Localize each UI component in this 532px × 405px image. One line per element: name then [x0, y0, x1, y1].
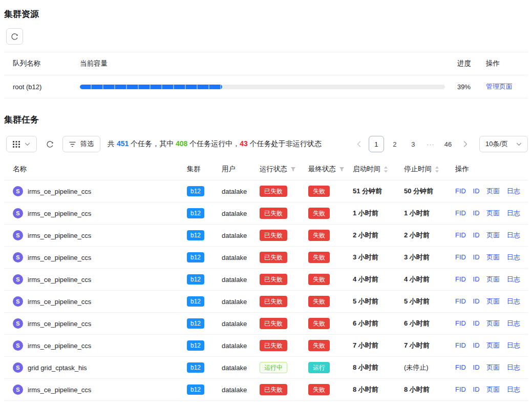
- fid-link[interactable]: FID: [455, 209, 466, 217]
- manage-page-link[interactable]: 管理页面: [486, 83, 513, 90]
- page-link[interactable]: 页面: [486, 341, 500, 349]
- fid-link[interactable]: FID: [455, 275, 466, 283]
- page-link[interactable]: 页面: [486, 253, 500, 261]
- page-link[interactable]: 页面: [486, 363, 500, 371]
- page-ellipsis[interactable]: ···: [424, 140, 437, 148]
- run-status-badge: 已失败: [260, 186, 287, 197]
- start-time: 4 小时前: [353, 275, 378, 283]
- table-row: S irms_ce_pipeline_ccs b12 datalake 已失败 …: [4, 313, 528, 335]
- task-name: irms_ce_pipeline_ccs: [28, 188, 91, 195]
- page-link[interactable]: 页面: [486, 275, 500, 283]
- fid-link[interactable]: FID: [455, 253, 466, 261]
- fid-link[interactable]: FID: [455, 319, 466, 327]
- sorter-icon[interactable]: [384, 166, 388, 173]
- running-count: 408: [176, 139, 187, 148]
- run-status-badge: 已失败: [260, 252, 287, 263]
- task-name: irms_ce_pipeline_ccs: [28, 210, 91, 217]
- prev-page-button[interactable]: [352, 136, 366, 152]
- fid-link[interactable]: FID: [455, 187, 466, 195]
- id-link[interactable]: ID: [473, 231, 480, 239]
- user-name: datalake: [222, 276, 247, 284]
- run-status-badge: 已失败: [260, 274, 287, 285]
- log-link[interactable]: 日志: [507, 386, 520, 393]
- log-link[interactable]: 日志: [507, 231, 520, 239]
- fid-link[interactable]: FID: [455, 386, 466, 393]
- log-link[interactable]: 日志: [507, 297, 520, 305]
- chevron-down-icon: [25, 143, 30, 146]
- id-link[interactable]: ID: [473, 187, 480, 195]
- refresh-tasks-button[interactable]: [43, 136, 56, 152]
- log-link[interactable]: 日志: [507, 341, 520, 349]
- final-status-badge: 失败: [308, 186, 330, 197]
- log-link[interactable]: 日志: [507, 253, 520, 261]
- page-link[interactable]: 页面: [486, 187, 500, 195]
- summary-text: 共: [108, 139, 117, 148]
- page-link[interactable]: 页面: [486, 231, 500, 239]
- log-link[interactable]: 日志: [507, 363, 520, 371]
- progress-percent: 39%: [453, 76, 482, 97]
- stop-time: 5 小时前: [404, 297, 430, 305]
- id-link[interactable]: ID: [473, 297, 480, 305]
- log-link[interactable]: 日志: [507, 275, 520, 283]
- col-cluster: 集群: [183, 158, 218, 180]
- user-name: datalake: [222, 342, 247, 350]
- layout-grid-button[interactable]: [6, 136, 37, 152]
- filter-funnel-icon[interactable]: [339, 167, 345, 172]
- next-page-button[interactable]: [459, 136, 472, 152]
- user-name: datalake: [222, 232, 247, 239]
- stop-time: 3 小时前: [404, 253, 430, 261]
- final-status-badge: 失败: [308, 384, 330, 395]
- page-size-select[interactable]: 10条/页: [479, 136, 528, 152]
- run-status-badge: 已失败: [260, 296, 287, 307]
- id-link[interactable]: ID: [473, 275, 480, 283]
- page-button-3[interactable]: 3: [406, 136, 421, 152]
- user-name: datalake: [222, 254, 247, 261]
- table-row: S irms_ce_pipeline_ccs b12 datalake 已失败 …: [4, 269, 528, 291]
- col-name: 名称: [4, 158, 183, 180]
- spark-avatar-icon: S: [13, 296, 23, 307]
- start-time: 3 小时前: [353, 253, 378, 261]
- spark-avatar-icon: S: [13, 274, 23, 285]
- log-link[interactable]: 日志: [507, 187, 520, 195]
- table-row: S irms_ce_pipeline_ccs b12 datalake 已失败 …: [4, 379, 528, 401]
- page-link[interactable]: 页面: [486, 297, 500, 305]
- sorter-icon[interactable]: [435, 166, 439, 173]
- id-link[interactable]: ID: [473, 319, 480, 327]
- log-link[interactable]: 日志: [507, 319, 520, 327]
- start-time: 8 小时前: [353, 363, 378, 371]
- id-link[interactable]: ID: [473, 341, 480, 349]
- log-link[interactable]: 日志: [507, 209, 520, 217]
- stop-time: 2 小时前: [404, 231, 430, 239]
- filter-funnel-icon[interactable]: [290, 167, 296, 172]
- id-link[interactable]: ID: [473, 386, 480, 393]
- cluster-tasks-section: 集群任务: [4, 110, 528, 405]
- page-button-2[interactable]: 2: [387, 136, 402, 152]
- task-name: grid grid_cptask_his: [28, 364, 87, 372]
- id-link[interactable]: ID: [473, 363, 480, 371]
- start-time: 1 小时前: [353, 209, 378, 217]
- fid-link[interactable]: FID: [455, 297, 466, 305]
- total-count: 451: [117, 139, 129, 148]
- refresh-resources-button[interactable]: [6, 28, 23, 45]
- capacity-progress-track: [80, 85, 445, 89]
- task-name: irms_ce_pipeline_ccs: [28, 298, 91, 306]
- refresh-icon: [46, 140, 54, 148]
- page-link[interactable]: 页面: [486, 319, 500, 327]
- page-button-last[interactable]: 46: [440, 136, 456, 152]
- page-link[interactable]: 页面: [486, 209, 500, 217]
- fid-link[interactable]: FID: [455, 363, 466, 371]
- user-name: datalake: [222, 210, 247, 217]
- fid-link[interactable]: FID: [455, 341, 466, 349]
- capacity-progress-fill: [80, 85, 222, 89]
- resources-toolbar: [6, 28, 528, 45]
- page-button-1[interactable]: 1: [369, 136, 384, 152]
- page: 集群资源 队列名称 当前容量 进度 操作 root (b12): [0, 0, 532, 405]
- tasks-toolbar: 筛选 共 451 个任务，其中 408 个任务运行中，43 个任务处于非运行状态…: [6, 136, 528, 152]
- col-current-capacity: 当前容量: [76, 52, 453, 75]
- filter-button[interactable]: 筛选: [62, 136, 100, 152]
- id-link[interactable]: ID: [473, 209, 480, 217]
- spark-avatar-icon: S: [13, 340, 23, 351]
- fid-link[interactable]: FID: [455, 231, 466, 239]
- page-link[interactable]: 页面: [486, 386, 500, 393]
- id-link[interactable]: ID: [473, 253, 480, 261]
